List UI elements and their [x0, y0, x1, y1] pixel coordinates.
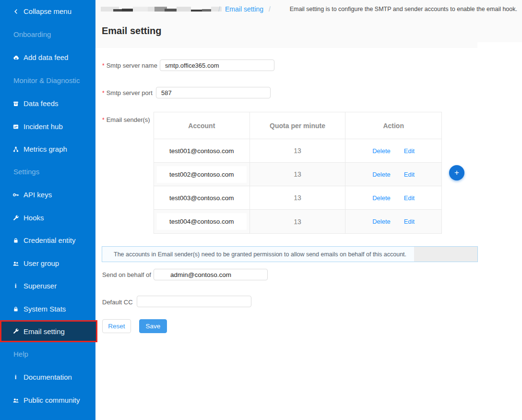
info-icon: i — [12, 282, 19, 289]
sidebar-item-data-feeds[interactable]: Data feeds — [0, 92, 95, 115]
sidebar-section-settings: Settings — [0, 160, 95, 183]
sidebar-item-superuser[interactable]: i Superuser — [0, 275, 95, 297]
delete-link[interactable]: Delete — [372, 147, 391, 155]
info-banner-text: The accounts in Email sender(s) need to … — [114, 251, 406, 258]
default-cc-label: Default CC — [102, 299, 133, 306]
quota-cell: 13 — [250, 210, 346, 233]
sidebar-item-label: Superuser — [24, 282, 57, 290]
add-sender-button[interactable]: + — [449, 165, 464, 180]
cloud-upload-icon — [12, 54, 19, 61]
sidebar-item-label: User group — [24, 259, 59, 267]
sidebar-item-api-keys[interactable]: API keys — [0, 183, 95, 206]
edit-link[interactable]: Edit — [404, 171, 415, 178]
wrench-icon — [12, 328, 19, 335]
action-cell: Delete Edit — [345, 139, 441, 162]
quota-cell: 13 — [250, 139, 346, 162]
breadcrumb-separator: / — [218, 5, 220, 13]
redacted-breadcrumb-segment — [177, 7, 191, 12]
smtp-server-name-input[interactable] — [160, 60, 274, 71]
sidebar-item-label: System Stats — [24, 305, 66, 313]
smtp-server-name-label: *Smtp server name — [102, 62, 157, 69]
sidebar-item-public-community[interactable]: Public community — [0, 389, 95, 411]
redacted-breadcrumb-segment — [165, 9, 178, 12]
sidebar-item-hooks[interactable]: Hooks — [0, 206, 95, 229]
users-icon — [12, 396, 19, 404]
sidebar-item-label: Hooks — [24, 214, 44, 222]
header-notch — [477, 42, 522, 48]
sidebar-item-collapse-menu[interactable]: Collapse menu — [0, 0, 95, 23]
table-row: test001@contoso.com 13 Delete Edit — [154, 139, 441, 163]
sidebar-item-user-group[interactable]: User group — [0, 252, 95, 275]
sidebar-item-credential-entity[interactable]: Credential entity — [0, 229, 95, 252]
account-cell: test001@contoso.com — [154, 139, 250, 162]
chart-image-icon — [12, 123, 19, 130]
table-header-row: Account Quota per minute Action — [154, 112, 441, 139]
send-on-behalf-input[interactable] — [154, 269, 268, 280]
sidebar-section-onboarding: Onboarding — [0, 23, 95, 46]
sidebar-item-incident-hub[interactable]: Incident hub — [0, 115, 95, 138]
sidebar-item-label: Documentation — [24, 373, 72, 381]
send-on-behalf-label: Send on behalf of — [102, 271, 151, 278]
wrench-icon — [12, 214, 19, 221]
email-senders-table: Account Quota per minute Action test001@… — [154, 112, 442, 234]
sidebar-item-label: Data feeds — [24, 99, 59, 108]
sidebar-item-label: Incident hub — [24, 122, 63, 131]
redacted-breadcrumb-segment — [133, 7, 149, 12]
edit-link[interactable]: Edit — [404, 194, 415, 202]
archive-box-icon — [12, 100, 19, 107]
breadcrumb-separator: / — [269, 5, 271, 13]
sidebar-item-label: Email setting — [24, 327, 65, 336]
delete-link[interactable]: Delete — [372, 218, 391, 225]
sidebar-item-metrics-graph[interactable]: Metrics graph — [0, 138, 95, 160]
sidebar-item-label: Metrics graph — [24, 145, 67, 153]
column-header-action: Action — [345, 112, 441, 139]
smtp-server-port-label: *Smtp server port — [102, 89, 153, 96]
table-row: test002@contoso.com 13 Delete Edit — [154, 163, 441, 186]
action-cell: Delete Edit — [345, 186, 441, 209]
delete-link[interactable]: Delete — [372, 194, 391, 202]
column-header-account: Account — [154, 112, 250, 139]
sidebar: Collapse menu Onboarding Add data feed M… — [0, 0, 95, 420]
chevron-left-icon — [12, 8, 19, 15]
default-cc-input[interactable] — [137, 296, 251, 307]
smtp-server-port-input[interactable] — [156, 87, 271, 98]
sidebar-item-documentation[interactable]: i Documentation — [0, 366, 95, 388]
sidebar-item-label: API keys — [24, 191, 52, 199]
lock-icon — [12, 305, 19, 312]
sidebar-item-label: Collapse menu — [24, 7, 71, 15]
sidebar-section-help: Help — [0, 343, 95, 365]
table-row: test003@contoso.com 13 Delete Edit — [154, 186, 441, 210]
quota-cell: 13 — [250, 163, 346, 186]
redacted-banner-segment — [414, 247, 477, 262]
edit-link[interactable]: Edit — [404, 218, 415, 225]
reset-button[interactable]: Reset — [102, 319, 131, 333]
sidebar-item-email-setting[interactable]: Email setting — [0, 320, 97, 342]
required-marker: * — [102, 90, 105, 96]
page-title: Email setting — [102, 25, 161, 36]
email-senders-label: *Email sender(s) — [102, 116, 150, 123]
breadcrumb-current[interactable]: Email setting — [225, 5, 263, 13]
required-marker: * — [102, 117, 105, 123]
sidebar-item-label: Credential entity — [24, 236, 75, 244]
info-icon: i — [12, 373, 19, 381]
delete-link[interactable]: Delete — [372, 171, 391, 178]
sidebar-item-system-stats[interactable]: System Stats — [0, 298, 95, 320]
edit-link[interactable]: Edit — [404, 147, 415, 155]
page-description: Email setting is to configure the SMTP a… — [290, 6, 517, 12]
account-cell: test003@contoso.com — [154, 186, 250, 209]
branch-graph-icon — [12, 145, 19, 153]
sidebar-section-monitor-diagnostic: Monitor & Diagnostic — [0, 69, 95, 92]
sidebar-item-add-data-feed[interactable]: Add data feed — [0, 46, 95, 69]
lock-icon — [12, 237, 19, 244]
users-icon — [12, 260, 19, 267]
account-cell: test002@contoso.com — [154, 163, 250, 186]
save-button[interactable]: Save — [139, 319, 167, 333]
action-cell: Delete Edit — [345, 210, 441, 233]
required-marker: * — [102, 62, 105, 69]
sidebar-item-label: Add data feed — [24, 53, 68, 61]
sidebar-item-label: Public community — [24, 396, 80, 404]
action-cell: Delete Edit — [345, 163, 441, 186]
account-cell: test004@contoso.com — [154, 210, 250, 233]
quota-cell: 13 — [250, 186, 346, 209]
key-icon — [12, 191, 19, 198]
